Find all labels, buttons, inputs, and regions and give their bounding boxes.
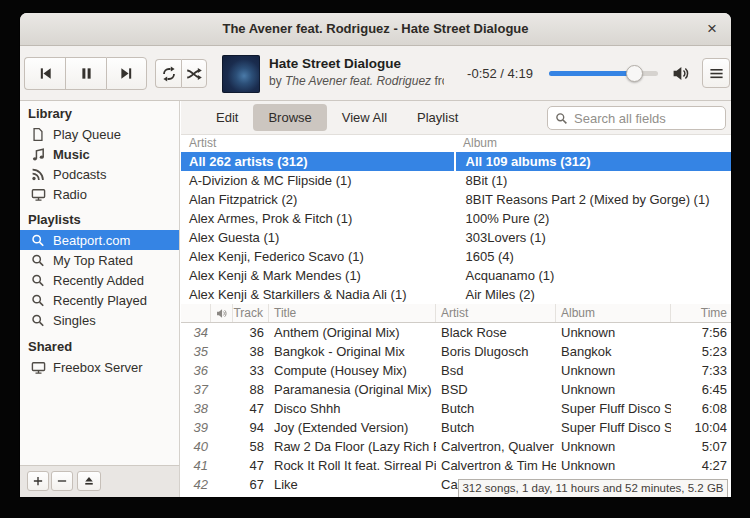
- next-button[interactable]: [106, 57, 147, 90]
- search-icon: [31, 273, 46, 288]
- add-playlist-button[interactable]: [27, 471, 49, 491]
- title-column-header[interactable]: Title: [269, 304, 436, 322]
- search-input[interactable]: [574, 111, 731, 126]
- browser-row[interactable]: Alex Kenji & Starkillers & Nadia Ali (1)…: [181, 285, 731, 304]
- row-number-column-header[interactable]: [181, 304, 211, 322]
- browser-row[interactable]: All 262 artists (312) All 109 albums (31…: [181, 152, 731, 171]
- artist-entry[interactable]: Alex Armes, Prok & Fitch (1): [181, 209, 456, 228]
- table-row[interactable]: 35 38Bangkok - Original Mix Boris Dlugos…: [181, 342, 731, 361]
- sidebar-item-beatport[interactable]: Beatport.com: [20, 230, 179, 250]
- browser-row[interactable]: Alex Guesta (1) 303Lovers (1): [181, 228, 731, 247]
- browser-row[interactable]: Alex Kenji & Mark Mendes (1) Acquanamo (…: [181, 266, 731, 285]
- tracklist-header: Track Title Artist Album Time: [181, 304, 731, 323]
- server-icon: [31, 360, 46, 375]
- previous-button[interactable]: [24, 57, 65, 90]
- sidebar-item-recently-played[interactable]: Recently Played: [20, 290, 179, 310]
- tracklist-body: 34 36Anthem (Original Mix) Black RoseUnk…: [181, 323, 731, 497]
- tab-view-all[interactable]: View All: [327, 104, 402, 131]
- speaker-icon: [216, 308, 227, 319]
- shuffle-button[interactable]: [181, 59, 207, 88]
- artist-entry[interactable]: A-Divizion & MC Flipside (1): [181, 171, 456, 190]
- table-row[interactable]: 36 33Compute (Housey Mix) BsdUnknown 7:3…: [181, 361, 731, 380]
- album-column-header[interactable]: Album: [556, 304, 671, 322]
- album-entry[interactable]: 1605 (4): [456, 247, 732, 266]
- sidebar-item-radio[interactable]: Radio: [20, 184, 179, 204]
- main-content: Edit Browse View All Playlist Artist Alb…: [181, 101, 731, 497]
- titlebar[interactable]: The Avener feat. Rodriguez - Hate Street…: [20, 13, 731, 46]
- sidebar-item-my-top-rated[interactable]: My Top Rated: [20, 250, 179, 270]
- artist-entry[interactable]: Alan Fitzpatrick (2): [181, 190, 456, 209]
- album-entry[interactable]: 8BIT Reasons Part 2 (Mixed by Gorge) (1): [456, 190, 732, 209]
- seek-slider-handle[interactable]: [626, 65, 643, 82]
- time-column-header[interactable]: Time: [671, 304, 731, 322]
- sidebar-item-label: Recently Played: [53, 293, 147, 308]
- table-row[interactable]: 37 88Paramanesia (Original Mix) BSDUnkno…: [181, 380, 731, 399]
- artist-column-header[interactable]: Artist: [189, 136, 216, 150]
- sidebar-section-playlists: Playlists: [20, 207, 179, 230]
- volume-button[interactable]: [672, 65, 689, 82]
- sidebar-item-label: Freebox Server: [53, 360, 143, 375]
- playback-mode-controls: [155, 59, 207, 88]
- sidebar-section-library: Library: [20, 101, 179, 124]
- search-field[interactable]: [547, 106, 726, 130]
- browser-row[interactable]: Alex Kenji, Federico Scavo (1) 1605 (4): [181, 247, 731, 266]
- plus-icon: [32, 475, 44, 487]
- sidebar-item-recently-added[interactable]: Recently Added: [20, 270, 179, 290]
- eject-icon: [83, 475, 95, 487]
- sidebar-item-freebox-server[interactable]: Freebox Server: [20, 357, 179, 377]
- sidebar-item-podcasts[interactable]: Podcasts: [20, 164, 179, 184]
- previous-icon: [38, 66, 53, 81]
- tab-browse[interactable]: Browse: [253, 104, 326, 131]
- sidebar-item-music[interactable]: Music: [20, 144, 179, 164]
- artist-entry[interactable]: All 262 artists (312): [181, 152, 454, 171]
- app-menu-button[interactable]: [702, 58, 730, 88]
- sidebar-item-play-queue[interactable]: Play Queue: [20, 124, 179, 144]
- track-column-header[interactable]: Track: [233, 304, 269, 322]
- search-icon: [31, 313, 46, 328]
- browser-row[interactable]: Alan Fitzpatrick (2) 8BIT Reasons Part 2…: [181, 190, 731, 209]
- pause-button[interactable]: [65, 57, 106, 90]
- close-icon[interactable]: ×: [699, 13, 725, 45]
- artist-entry[interactable]: Alex Kenji, Federico Scavo (1): [181, 247, 456, 266]
- album-column-header[interactable]: Album: [463, 136, 497, 150]
- artist-column-header[interactable]: Artist: [436, 304, 556, 322]
- sidebar-item-label: Music: [53, 147, 90, 162]
- artist-entry[interactable]: Alex Guesta (1): [181, 228, 456, 247]
- table-row[interactable]: 40 58Raw 2 Da Floor (Lazy Rich Re… Calve…: [181, 437, 731, 456]
- album-entry[interactable]: 100% Pure (2): [456, 209, 732, 228]
- table-row[interactable]: 39 94Joy (Extended Version) ButchSuper F…: [181, 418, 731, 437]
- eject-button[interactable]: [77, 471, 101, 491]
- album-entry[interactable]: Air Miles (2): [456, 285, 732, 304]
- transport-controls: [24, 57, 147, 90]
- browser-row[interactable]: Alex Armes, Prok & Fitch (1) 100% Pure (…: [181, 209, 731, 228]
- next-icon: [119, 66, 134, 81]
- album-entry[interactable]: 8Bit (1): [456, 171, 732, 190]
- artist-entry[interactable]: Alex Kenji & Mark Mendes (1): [181, 266, 456, 285]
- table-row[interactable]: 38 47Disco Shhh ButchSuper Fluff Disco S…: [181, 399, 731, 418]
- playing-column-header[interactable]: [211, 304, 233, 322]
- tab-edit[interactable]: Edit: [201, 104, 253, 131]
- album-entry[interactable]: 303Lovers (1): [456, 228, 732, 247]
- repeat-button[interactable]: [155, 59, 181, 88]
- remove-playlist-button[interactable]: [51, 471, 73, 491]
- seek-slider[interactable]: [549, 71, 658, 76]
- album-entry[interactable]: All 109 albums (312): [456, 152, 732, 171]
- now-playing-artist: The Avener feat. Rodriguez: [285, 74, 431, 88]
- library-browser: Artist Album All 262 artists (312) All 1…: [181, 135, 731, 304]
- table-row[interactable]: 41 47Rock It Roll It feat. Sirreal Pip… …: [181, 456, 731, 475]
- search-icon: [555, 112, 568, 125]
- table-row[interactable]: 34 36Anthem (Original Mix) Black RoseUnk…: [181, 323, 731, 342]
- view-toolbar: Edit Browse View All Playlist: [181, 101, 731, 135]
- seek-slider-fill: [549, 71, 634, 76]
- repeat-icon: [161, 66, 177, 82]
- album-entry[interactable]: Acquanamo (1): [456, 266, 732, 285]
- artist-entry[interactable]: Alex Kenji & Starkillers & Nadia Ali (1): [181, 285, 456, 304]
- now-playing-subtitle: by The Avener feat. Rodriguez fro…: [269, 74, 444, 88]
- browser-row[interactable]: A-Divizion & MC Flipside (1) 8Bit (1): [181, 171, 731, 190]
- tab-playlist[interactable]: Playlist: [402, 104, 473, 131]
- now-playing-title: Hate Street Dialogue: [269, 56, 444, 71]
- library-summary-tooltip: 312 songs, 1 day, 11 hours and 52 minute…: [458, 479, 728, 497]
- volume-icon: [672, 65, 689, 82]
- hamburger-menu-icon: [709, 66, 724, 81]
- sidebar-item-singles[interactable]: Singles: [20, 310, 179, 330]
